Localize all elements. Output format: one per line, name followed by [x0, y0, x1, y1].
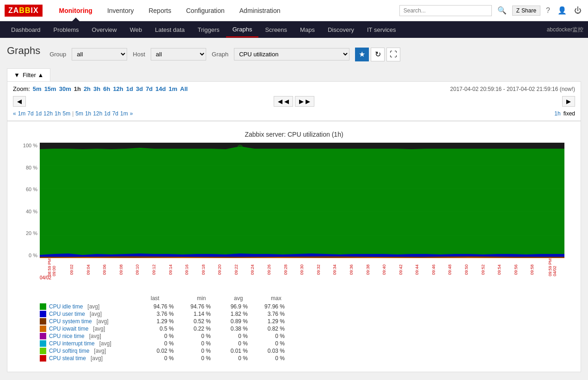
next-arrow[interactable]: ▶ [562, 96, 575, 107]
x-label-0902: 09:02 [69, 265, 74, 275]
step-12h-fwd[interactable]: 12h [93, 110, 102, 117]
zoom-in-arrow[interactable]: ▶ ▶ [295, 96, 314, 107]
legend-max-3: 0.82 % [252, 326, 289, 332]
nav-configuration[interactable]: Configuration [179, 1, 232, 20]
legend-color-2 [40, 318, 46, 325]
zoom-1h[interactable]: 1h [74, 85, 81, 92]
help-icon[interactable]: ? [544, 5, 552, 17]
legend-max-0: 97.96 % [252, 303, 289, 310]
date-label-left: 04/02 [40, 275, 51, 280]
zoom-14d[interactable]: 14d [155, 85, 165, 92]
fullscreen-button[interactable]: ⛶ [386, 48, 400, 61]
legend-row-6: CPU softirq time [avg] 0.02 % 0 % 0.01 %… [40, 348, 548, 354]
legend-col-last: last [151, 295, 197, 302]
x-time-end: 09:59 PM04/02 [548, 259, 557, 277]
step-5m-back[interactable]: 5m [62, 110, 70, 117]
x-label-0916: 09:16 [184, 265, 189, 275]
zoom-label: Zoom: [13, 85, 30, 92]
group-select[interactable]: all [72, 48, 127, 60]
step-far-fwd[interactable]: » [130, 110, 133, 117]
time-steps-right: 1h fixed [554, 110, 575, 117]
x-axis: 08:59 PM09:00 09:02 09:04 09:06 09:08 09… [40, 259, 564, 272]
subnav-overview[interactable]: Overview [86, 23, 123, 37]
step-7d-fwd[interactable]: 7d [112, 110, 118, 117]
legend-color-7 [40, 355, 46, 362]
x-label-0934: 09:34 [333, 265, 337, 275]
zoom-1m[interactable]: 1m [169, 85, 178, 92]
step-1h-fwd[interactable]: 1h [85, 110, 91, 117]
step-1d-fwd[interactable]: 1d [104, 110, 110, 117]
filter-toggle[interactable]: ▼ Filter ▲ [7, 68, 50, 81]
logo[interactable]: ZABBIX [5, 5, 43, 17]
nav-inventory[interactable]: Inventory [100, 1, 141, 20]
subnav-web[interactable]: Web [123, 23, 149, 37]
legend-rows: CPU idle time [avg] 94.76 % 94.76 % 96.9… [40, 303, 548, 362]
user-icon[interactable]: 👤 [556, 4, 569, 17]
subnav-graphs[interactable]: Graphs [226, 22, 259, 37]
step-1m-back[interactable]: 1m [18, 110, 26, 117]
refresh-button[interactable]: ↻ [371, 48, 385, 61]
period-1h[interactable]: 1h [554, 110, 560, 117]
zoom-all[interactable]: All [180, 85, 188, 92]
graph-select[interactable]: CPU utilization [234, 48, 349, 60]
nav-monitoring[interactable]: Monitoring [52, 1, 100, 20]
zoom-2h[interactable]: 2h [84, 85, 91, 92]
host-select[interactable]: all [151, 48, 206, 60]
zoom-12h[interactable]: 12h [113, 85, 123, 92]
subnav-maps[interactable]: Maps [294, 23, 321, 37]
search-input[interactable] [399, 5, 492, 16]
legend-min-4: 0 % [178, 333, 215, 339]
subnav-problems[interactable]: Problems [47, 23, 86, 37]
time-sep: | [72, 110, 74, 117]
zoom-15m[interactable]: 15m [44, 85, 56, 92]
legend-name-2[interactable]: CPU system time [avg] [49, 318, 141, 325]
favorite-button[interactable]: ★ [355, 48, 369, 61]
legend-name-3[interactable]: CPU iowait time [avg] [49, 326, 141, 332]
legend-name-7[interactable]: CPU steal time [avg] [49, 355, 141, 362]
step-1m-fwd[interactable]: 1m [120, 110, 128, 117]
zoom-5m[interactable]: 5m [33, 85, 42, 92]
legend-avg-0: 96.9 % [215, 303, 252, 310]
legend-name-4[interactable]: CPU nice time [avg] [49, 333, 141, 339]
legend-min-5: 0 % [178, 340, 215, 347]
prev-arrow[interactable]: ◀ [13, 96, 26, 107]
zoom-7d[interactable]: 7d [146, 85, 153, 92]
nav-reports[interactable]: Reports [141, 1, 178, 20]
legend-color-6 [40, 348, 46, 354]
step-5m-fwd[interactable]: 5m [75, 110, 83, 117]
step-7d-back[interactable]: 7d [27, 110, 33, 117]
x-label-0944: 09:44 [415, 265, 420, 275]
zoom-out-arrow[interactable]: ◀ ◀ [274, 96, 293, 107]
legend-col-max: max [271, 295, 308, 302]
search-icon[interactable]: 🔍 [496, 4, 508, 17]
step-12h-back[interactable]: 12h [43, 110, 53, 117]
share-button[interactable]: Z Share [512, 6, 540, 16]
zoom-3d[interactable]: 3d [136, 85, 143, 92]
nav-administration[interactable]: Administration [232, 1, 288, 20]
legend-avg-1: 1.82 % [215, 311, 252, 317]
zoom-3h[interactable]: 3h [93, 85, 100, 92]
step-1d-back[interactable]: 1d [36, 110, 42, 117]
subnav-dashboard[interactable]: Dashboard [5, 23, 47, 37]
legend-name-5[interactable]: CPU interrupt time [avg] [49, 340, 141, 347]
legend-name-6[interactable]: CPU softirq time [avg] [49, 348, 141, 354]
subnav-screens[interactable]: Screens [258, 23, 294, 37]
subnav-discovery[interactable]: Discovery [321, 23, 361, 37]
step-1h-back[interactable]: 1h [55, 110, 61, 117]
legend-name-0[interactable]: CPU idle time [avg] [49, 303, 141, 310]
legend-min-2: 0.52 % [178, 318, 215, 325]
subnav-it-services[interactable]: IT services [361, 23, 403, 37]
time-steps-left: « 1m 7d 1d 12h 1h 5m | 5m 1h 12h 1d 7d 1… [13, 110, 133, 117]
step-far-back[interactable]: « [13, 110, 16, 117]
legend-max-4: 0 % [252, 333, 289, 339]
legend-last-2: 1.29 % [141, 318, 178, 325]
zoom-1d[interactable]: 1d [126, 85, 133, 92]
zoom-6h[interactable]: 6h [103, 85, 110, 92]
legend-row-7: CPU steal time [avg] 0 % 0 % 0 % 0 % [40, 355, 548, 362]
zoom-30m[interactable]: 30m [59, 85, 71, 92]
legend-name-1[interactable]: CPU user time [avg] [49, 311, 141, 317]
subnav-latest-data[interactable]: Latest data [148, 23, 191, 37]
power-icon[interactable]: ⏻ [572, 5, 583, 17]
legend-row-0: CPU idle time [avg] 94.76 % 94.76 % 96.9… [40, 303, 548, 310]
subnav-triggers[interactable]: Triggers [191, 23, 226, 37]
